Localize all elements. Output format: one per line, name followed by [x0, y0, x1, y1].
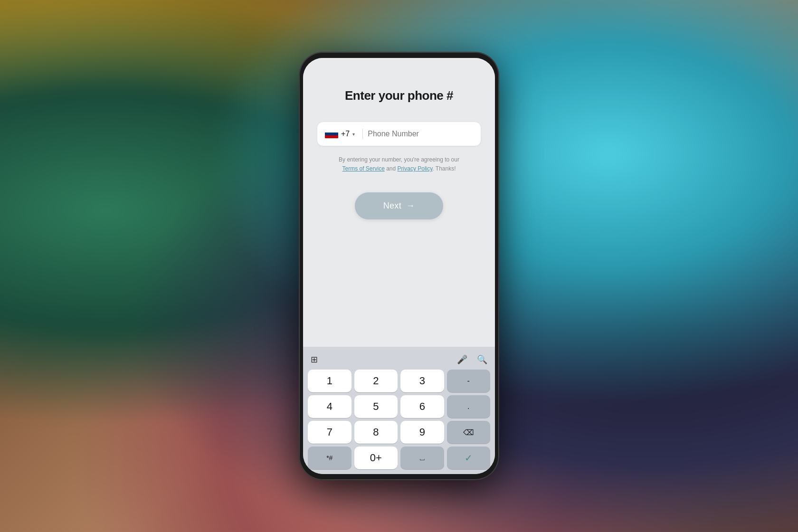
- key-5[interactable]: 5: [354, 395, 398, 418]
- country-selector[interactable]: +7 ▾: [325, 130, 358, 139]
- key-2[interactable]: 2: [354, 370, 398, 392]
- key-4[interactable]: 4: [308, 395, 352, 418]
- page-title: Enter your phone #: [345, 88, 453, 103]
- terms-of-service-link[interactable]: Terms of Service: [342, 165, 384, 172]
- keyboard-search-icon[interactable]: 🔍: [477, 354, 487, 365]
- key-1[interactable]: 1: [308, 370, 352, 392]
- keyboard-grid: 1 2 3 - 4 5 6 . 7 8 9 ⌫ *# 0+ ⎵ ✓: [305, 370, 493, 472]
- phone-wrapper: Enter your phone # +7 ▾: [299, 52, 499, 480]
- next-arrow-icon: →: [406, 201, 415, 211]
- input-divider: [362, 129, 363, 139]
- terms-text: By entering your number, you're agreeing…: [339, 155, 459, 173]
- status-bar: [303, 58, 495, 79]
- key-space[interactable]: ⎵: [400, 446, 444, 469]
- phone-number-input[interactable]: [368, 130, 473, 138]
- key-7[interactable]: 7: [308, 421, 352, 444]
- key-minus[interactable]: -: [447, 370, 491, 392]
- key-special-chars[interactable]: *#: [308, 446, 352, 469]
- privacy-policy-link[interactable]: Privacy Policy: [398, 165, 433, 172]
- key-check[interactable]: ✓: [447, 446, 491, 469]
- app-content: Enter your phone # +7 ▾: [303, 79, 495, 347]
- toolbar-right: 🎤 🔍: [457, 354, 487, 365]
- key-9[interactable]: 9: [400, 421, 444, 444]
- russia-flag: [325, 130, 338, 139]
- phone-screen: Enter your phone # +7 ▾: [303, 58, 495, 474]
- next-label: Next: [383, 201, 401, 211]
- dropdown-arrow-icon: ▾: [352, 132, 355, 137]
- phone-input-container: +7 ▾: [317, 122, 481, 146]
- flag-stripe-red: [325, 135, 338, 138]
- keyboard-toolbar: ⊞ 🎤 🔍: [305, 351, 493, 370]
- key-period[interactable]: .: [447, 395, 491, 418]
- keyboard-area: ⊞ 🎤 🔍 1 2 3 - 4 5 6 . 7: [303, 347, 495, 474]
- next-button[interactable]: Next →: [355, 192, 444, 219]
- key-6[interactable]: 6: [400, 395, 444, 418]
- keyboard-grid-icon[interactable]: ⊞: [311, 354, 318, 365]
- key-backspace[interactable]: ⌫: [447, 421, 491, 444]
- microphone-icon[interactable]: 🎤: [457, 354, 467, 365]
- key-3[interactable]: 3: [400, 370, 444, 392]
- key-8[interactable]: 8: [354, 421, 398, 444]
- country-code: +7: [341, 130, 350, 138]
- key-0[interactable]: 0+: [354, 446, 398, 469]
- phone-body: Enter your phone # +7 ▾: [299, 52, 499, 480]
